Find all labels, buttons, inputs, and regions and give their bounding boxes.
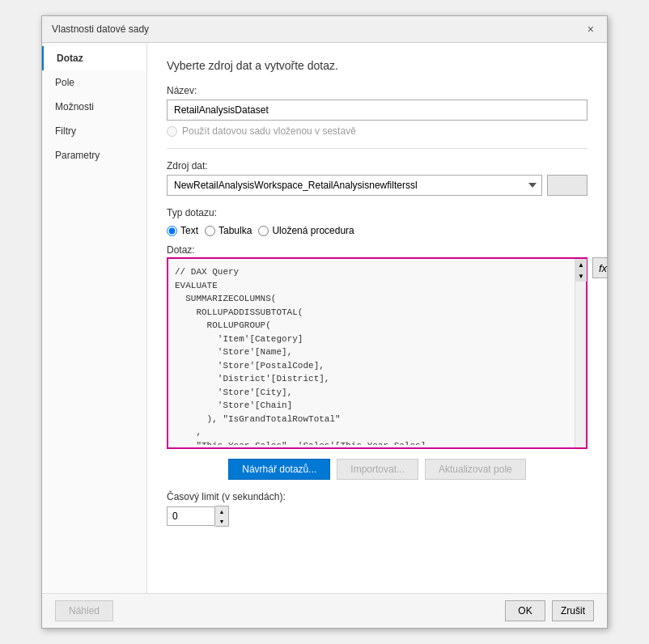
scroll-down-btn[interactable]: ▼: [575, 270, 587, 282]
sidebar-item-pole[interactable]: Pole: [42, 70, 146, 95]
query-box-label: Dotaz:: [167, 244, 587, 256]
datasource-select[interactable]: NewRetailAnalysisWorkspace_RetailAnalysi…: [167, 175, 542, 196]
query-type-text-radio[interactable]: [167, 226, 177, 236]
timeout-up-btn[interactable]: ▲: [215, 506, 228, 516]
query-type-table-label[interactable]: Tabulka: [205, 225, 252, 236]
datasource-edit-btn[interactable]: [547, 175, 587, 196]
query-type-procedure-label[interactable]: Uložená procedura: [258, 225, 354, 236]
main-content: Vyberte zdroj dat a vytvořte dotaz. Náze…: [147, 43, 607, 593]
dialog-footer: Náhled OK Zrušit: [42, 593, 607, 628]
query-type-row: Text Tabulka Uložená procedura: [167, 225, 587, 236]
dialog-body: Dotaz Pole Možnosti Filtry Parametry Vyb…: [42, 43, 607, 593]
footer-right: OK Zrušit: [505, 600, 594, 621]
timeout-spinner-btns: ▲ ▼: [215, 506, 229, 527]
timeout-label: Časový limit (v sekundách):: [167, 491, 587, 502]
sidebar-item-dotaz[interactable]: Dotaz: [42, 46, 146, 70]
dialog-title: Vlastnosti datové sady: [52, 23, 149, 35]
fx-button[interactable]: fx: [592, 257, 607, 278]
query-textarea-border: // DAX Query EVALUATE SUMMARIZECOLUMNS( …: [167, 257, 587, 449]
ok-btn[interactable]: OK: [505, 600, 545, 621]
embedded-radio-label: Použít datovou sadu vloženou v sestavě: [182, 125, 356, 137]
action-row: Návrhář dotazů... Importovat... Aktualiz…: [167, 459, 587, 480]
divider1: [167, 148, 587, 149]
timeout-input[interactable]: [167, 506, 215, 526]
query-type-label: Typ dotazu:: [167, 207, 587, 218]
embedded-radio-row: Použít datovou sadu vloženou v sestavě: [167, 125, 587, 137]
footer-left: Náhled: [55, 600, 113, 621]
name-input[interactable]: [167, 100, 587, 121]
sidebar-item-parametry[interactable]: Parametry: [42, 143, 146, 167]
query-type-procedure-radio[interactable]: [258, 226, 269, 236]
scroll-up-btn[interactable]: ▲: [575, 259, 587, 270]
main-dialog: Vlastnosti datové sady × Dotaz Pole Možn…: [41, 15, 608, 629]
sidebar: Dotaz Pole Možnosti Filtry Parametry: [42, 43, 147, 593]
timeout-down-btn[interactable]: ▼: [215, 516, 228, 526]
import-btn: Importovat...: [337, 459, 418, 480]
preview-btn: Náhled: [55, 600, 113, 621]
sidebar-item-filtry[interactable]: Filtry: [42, 119, 146, 143]
dialog-titlebar: Vlastnosti datové sady ×: [42, 16, 607, 43]
section-title: Vyberte zdroj dat a vytvořte dotaz.: [167, 59, 587, 72]
query-box-container: Dotaz: // DAX Query EVALUATE SUMMARIZECO…: [167, 244, 587, 449]
query-scrollbar[interactable]: ▲ ▼: [575, 259, 586, 447]
datasource-row: NewRetailAnalysisWorkspace_RetailAnalysi…: [167, 175, 587, 196]
timeout-spinner: ▲ ▼: [167, 506, 587, 527]
refresh-btn: Aktualizovat pole: [425, 459, 526, 480]
timeout-row: Časový limit (v sekundách): ▲ ▼: [167, 491, 587, 527]
query-type-text-label[interactable]: Text: [167, 225, 198, 236]
query-editor-wrapper: // DAX Query EVALUATE SUMMARIZECOLUMNS( …: [167, 257, 587, 449]
name-label: Název:: [167, 85, 587, 96]
run-query-btn[interactable]: Návrhář dotazů...: [228, 459, 330, 480]
close-button[interactable]: ×: [584, 23, 597, 36]
query-type-table-radio[interactable]: [205, 226, 215, 236]
datasource-label: Zdroj dat:: [167, 160, 587, 172]
query-textarea[interactable]: // DAX Query EVALUATE SUMMARIZECOLUMNS( …: [168, 259, 586, 445]
cancel-btn[interactable]: Zrušit: [552, 600, 594, 621]
sidebar-item-moznosti[interactable]: Možnosti: [42, 95, 146, 119]
embedded-radio[interactable]: [167, 126, 177, 137]
